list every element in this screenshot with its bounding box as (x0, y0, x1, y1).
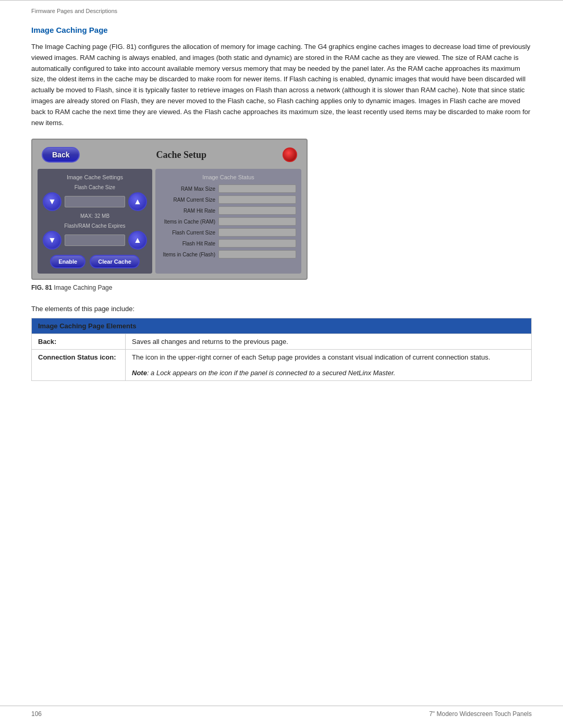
items-flash-row: Items in Cache (Flash) (161, 250, 296, 258)
table-row: Back: Saves all changes and returns to t… (32, 334, 532, 350)
left-panel: Image Cache Settings Flash Cache Size ▼ … (38, 169, 152, 274)
elements-table: Image Caching Page Elements Back: Saves … (31, 318, 532, 381)
items-ram-value (218, 217, 296, 226)
device-titlebar: Back Cache Setup (38, 145, 301, 165)
flash-hit-value (218, 239, 296, 248)
body-paragraph-1: The Image Caching page (FIG. 81) configu… (31, 42, 532, 128)
flash-ram-input[interactable] (65, 235, 125, 246)
ram-max-value (218, 184, 296, 193)
figure-container: Back Cache Setup Image Cache Settings Fl… (31, 139, 532, 300)
ram-max-label: RAM Max Size (161, 186, 215, 192)
ram-current-label: RAM Current Size (161, 197, 215, 203)
flash-current-value (218, 228, 296, 237)
right-panel: Image Cache Status RAM Max Size RAM Curr… (155, 169, 301, 274)
ram-hit-row: RAM Hit Rate (161, 206, 296, 215)
element-connection-label: Connection Status icon: (32, 350, 126, 381)
enable-button[interactable]: Enable (50, 255, 85, 268)
device-title: Cache Setup (156, 150, 206, 161)
flash-cache-label: Flash Cache Size (43, 184, 147, 190)
top-divider (0, 0, 563, 1)
element-back-description: Saves all changes and returns to the pre… (126, 334, 532, 350)
flash-cache-down-button[interactable]: ▼ (43, 192, 62, 211)
items-flash-label: Items in Cache (Flash) (161, 252, 215, 257)
table-row: Connection Status icon: The icon in the … (32, 350, 532, 381)
items-flash-value (218, 250, 296, 258)
flash-hit-label: Flash Hit Rate (161, 241, 215, 246)
left-panel-title: Image Cache Settings (43, 174, 147, 180)
flash-cache-row: ▼ ▲ (43, 192, 147, 211)
element-back-label: Back: (32, 334, 126, 350)
ram-current-row: RAM Current Size (161, 195, 296, 204)
flash-cache-input[interactable] (65, 196, 125, 207)
flash-hit-row: Flash Hit Rate (161, 239, 296, 248)
flash-cache-up-button[interactable]: ▲ (128, 192, 147, 211)
connection-status-icon (283, 147, 297, 162)
page-container: Firmware Pages and Descriptions Image Ca… (0, 0, 563, 728)
items-ram-row: Items in Cache (RAM) (161, 217, 296, 226)
footer: 106 7" Modero Widescreen Touch Panels (0, 706, 563, 718)
device-screen: Back Cache Setup Image Cache Settings Fl… (31, 139, 308, 280)
section-heading: Image Caching Page (31, 26, 532, 34)
table-header: Image Caching Page Elements (32, 318, 532, 334)
flash-ram-down-button[interactable]: ▼ (43, 231, 62, 250)
ram-hit-label: RAM Hit Rate (161, 208, 215, 214)
bottom-buttons: Enable Clear Cache (43, 255, 147, 268)
flash-current-row: Flash Current Size (161, 228, 296, 237)
main-content: Image Caching Page The Image Caching pag… (0, 20, 563, 402)
ram-max-row: RAM Max Size (161, 184, 296, 193)
flash-current-label: Flash Current Size (161, 230, 215, 236)
footer-page-number: 106 (31, 710, 42, 718)
flash-ram-label: Flash/RAM Cache Expires (43, 223, 147, 229)
flash-ram-row: ▼ ▲ (43, 231, 147, 250)
back-button[interactable]: Back (42, 147, 80, 163)
table-header-row: Image Caching Page Elements (32, 318, 532, 334)
clear-cache-button[interactable]: Clear Cache (90, 255, 140, 268)
breadcrumb: Firmware Pages and Descriptions (0, 4, 563, 20)
elements-intro: The elements of this page include: (31, 305, 532, 313)
figure-number: FIG. 81 (31, 284, 52, 291)
figure-caption: FIG. 81 Image Caching Page (31, 284, 112, 291)
max-label: MAX: 32 MB (43, 213, 147, 219)
element-connection-description: The icon in the upper-right corner of ea… (126, 350, 532, 381)
footer-product-name: 7" Modero Widescreen Touch Panels (429, 710, 532, 718)
device-panels: Image Cache Settings Flash Cache Size ▼ … (38, 169, 301, 274)
right-panel-title: Image Cache Status (161, 174, 296, 180)
ram-current-value (218, 195, 296, 204)
flash-ram-up-button[interactable]: ▲ (128, 231, 147, 250)
ram-hit-value (218, 206, 296, 215)
items-ram-label: Items in Cache (RAM) (161, 219, 215, 225)
figure-caption-text: Image Caching Page (54, 284, 112, 291)
